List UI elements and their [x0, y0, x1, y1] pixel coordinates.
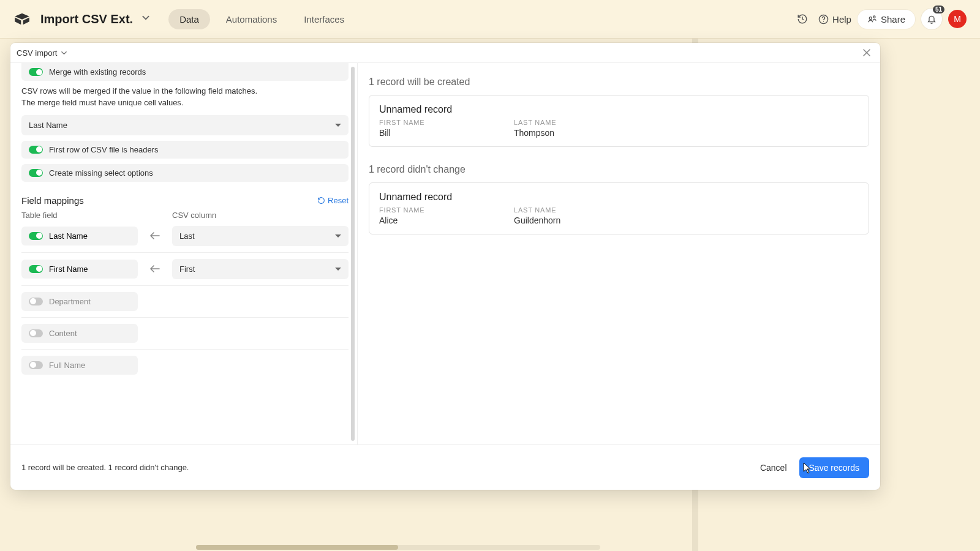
- merge-field-value: Last Name: [29, 121, 67, 130]
- mapping-column-labels: Table field CSV column: [21, 211, 349, 220]
- create-missing-toggle[interactable]: [29, 169, 43, 177]
- left-scrollbar[interactable]: [350, 67, 356, 441]
- share-button[interactable]: Share: [858, 10, 915, 29]
- record-field: First NameAlice: [379, 206, 465, 225]
- mapping-row: Content: [21, 318, 349, 350]
- mapping-field-label: First Name: [49, 264, 88, 274]
- mapping-field-label: Department: [49, 297, 91, 306]
- arrow-left-icon: [138, 264, 172, 273]
- help-label: Help: [832, 14, 851, 24]
- mapping-field-label: Content: [49, 329, 77, 338]
- history-icon[interactable]: [793, 9, 812, 29]
- mapping-field-cell: Content: [21, 324, 138, 343]
- record-title: Unnamed record: [379, 192, 859, 203]
- footer-summary: 1 record will be created. 1 record didn'…: [21, 463, 189, 472]
- record-field-label: First Name: [379, 119, 465, 126]
- reset-label: Reset: [328, 196, 349, 205]
- mapping-row: Full Name: [21, 350, 349, 381]
- record-field-value: Alice: [379, 216, 465, 225]
- record-field: First NameBill: [379, 119, 465, 138]
- mapping-csv-value: Last: [179, 231, 195, 241]
- record-card: Unnamed recordFirst NameBillLast NameTho…: [369, 95, 869, 147]
- headers-toggle-label: First row of CSV file is headers: [49, 145, 158, 154]
- mapping-row: First NameFirst: [21, 253, 349, 286]
- mapping-csv-select[interactable]: Last: [172, 226, 349, 246]
- dialog-title: CSV import: [17, 48, 57, 58]
- csv-import-dialog: CSV import Merge with existing records C…: [10, 43, 880, 490]
- chevron-down-icon[interactable]: [141, 13, 150, 24]
- share-label: Share: [881, 14, 905, 24]
- mapping-csv-select[interactable]: First: [172, 259, 349, 279]
- merge-toggle-row: Merge with existing records: [21, 63, 349, 81]
- mapping-row: Department: [21, 286, 349, 318]
- arrow-left-icon: [138, 231, 172, 240]
- record-card: Unnamed recordFirst NameAliceLast NameGu…: [369, 182, 869, 234]
- merge-toggle-label: Merge with existing records: [49, 67, 146, 77]
- mapping-field-cell: First Name: [21, 260, 138, 279]
- tab-interfaces[interactable]: Interfaces: [293, 9, 355, 29]
- mapping-toggle[interactable]: [29, 298, 43, 305]
- svg-point-5: [869, 17, 872, 20]
- merge-toggle[interactable]: [29, 68, 43, 76]
- triangle-down-icon: [335, 234, 341, 238]
- mapping-toggle[interactable]: [29, 232, 43, 240]
- record-field-label: Last Name: [514, 119, 600, 126]
- notifications-button[interactable]: 51: [921, 9, 942, 29]
- help-button[interactable]: Help: [818, 14, 851, 24]
- record-field-value: Guildenhorn: [514, 216, 600, 225]
- mapping-field-cell: Department: [21, 292, 138, 311]
- dialog-title-dropdown[interactable]: CSV import: [17, 48, 67, 58]
- unchanged-heading: 1 record didn't change: [369, 164, 869, 175]
- reset-mappings-button[interactable]: Reset: [317, 196, 349, 205]
- triangle-down-icon: [335, 268, 341, 271]
- mapping-toggle[interactable]: [29, 265, 43, 273]
- col-table-field: Table field: [21, 211, 138, 220]
- mapping-csv-value: First: [179, 264, 195, 274]
- mapping-field-cell: Last Name: [21, 227, 138, 246]
- save-records-button[interactable]: Save records: [799, 457, 869, 478]
- app-icon: [13, 12, 31, 26]
- record-field: Last NameGuildenhorn: [514, 206, 600, 225]
- record-field-label: Last Name: [514, 206, 600, 214]
- field-mappings-title: Field mappings: [21, 195, 84, 206]
- svg-point-6: [873, 16, 875, 18]
- record-title: Unnamed record: [379, 104, 859, 115]
- preview-panel: 1 record will be created Unnamed recordF…: [358, 63, 880, 444]
- dialog-header: CSV import: [10, 43, 880, 63]
- mapping-field-label: Full Name: [49, 361, 85, 370]
- record-field-value: Thompson: [514, 128, 600, 138]
- tab-automations[interactable]: Automations: [215, 9, 288, 29]
- notification-count-badge: 51: [933, 6, 944, 13]
- mapping-row: Last NameLast: [21, 220, 349, 253]
- svg-point-4: [823, 21, 824, 21]
- create-missing-toggle-label: Create missing select options: [49, 168, 153, 178]
- chevron-down-icon: [61, 50, 67, 56]
- create-missing-toggle-row: Create missing select options: [21, 164, 349, 182]
- nav-tabs: Data Automations Interfaces: [168, 9, 355, 29]
- merge-field-select[interactable]: Last Name: [21, 115, 349, 135]
- bg-hscroll: [196, 544, 600, 551]
- mapping-toggle[interactable]: [29, 329, 43, 337]
- merge-help-text: CSV rows will be merged if the value in …: [21, 81, 349, 115]
- col-csv-column: CSV column: [172, 211, 216, 220]
- created-heading: 1 record will be created: [369, 77, 869, 88]
- merge-help-line-2: The merge field must have unique cell va…: [21, 97, 337, 109]
- cancel-button[interactable]: Cancel: [750, 457, 797, 478]
- triangle-down-icon: [335, 124, 341, 127]
- headers-toggle-row: First row of CSV file is headers: [21, 141, 349, 159]
- headers-toggle[interactable]: [29, 146, 43, 154]
- mapping-field-cell: Full Name: [21, 356, 138, 375]
- mapping-field-label: Last Name: [49, 231, 88, 241]
- record-field-value: Bill: [379, 128, 465, 138]
- tab-data[interactable]: Data: [168, 9, 210, 29]
- record-field-label: First Name: [379, 206, 465, 214]
- avatar[interactable]: M: [948, 10, 967, 28]
- top-bar: Import CSV Ext. Data Automations Interfa…: [0, 0, 980, 39]
- close-button[interactable]: [859, 45, 874, 60]
- mapping-toggle[interactable]: [29, 361, 43, 369]
- settings-panel: Merge with existing records CSV rows wil…: [10, 63, 358, 444]
- base-title[interactable]: Import CSV Ext.: [40, 12, 133, 26]
- merge-help-line-1: CSV rows will be merged if the value in …: [21, 86, 337, 97]
- save-records-label: Save records: [809, 463, 859, 473]
- dialog-footer: 1 record will be created. 1 record didn'…: [10, 444, 880, 490]
